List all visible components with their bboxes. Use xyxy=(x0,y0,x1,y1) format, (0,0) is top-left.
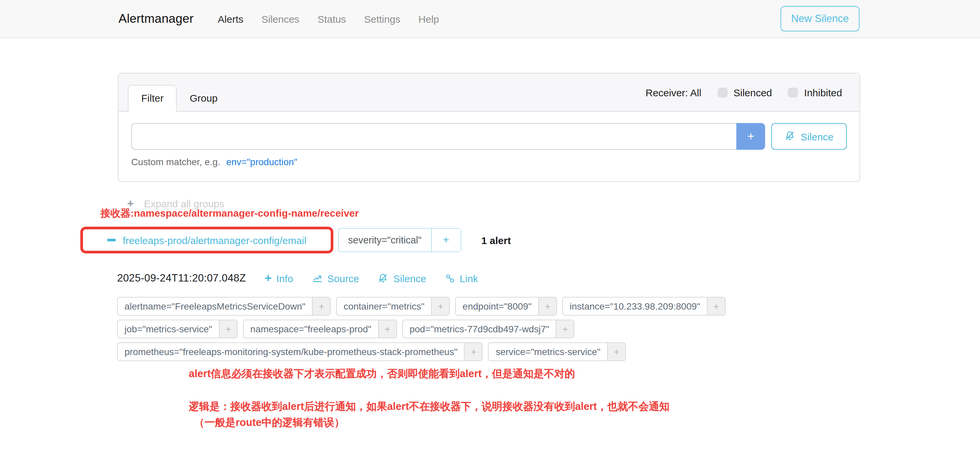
filter-panel-header: Filter Group Receiver: All Silenced Inhi… xyxy=(118,74,859,112)
tab-group[interactable]: Group xyxy=(177,86,230,111)
link-label: Link xyxy=(460,273,478,284)
info-label: Info xyxy=(277,273,293,284)
source-link[interactable]: Source xyxy=(312,273,359,284)
nav-alerts[interactable]: Alerts xyxy=(218,13,243,24)
plus-icon xyxy=(265,272,272,284)
label-tag: container="metrics" + xyxy=(336,297,450,315)
nav-status[interactable]: Status xyxy=(318,13,346,24)
label-text: alertname="FreeleapsMetricsServiceDown" xyxy=(118,298,312,315)
label-row: job="metrics-service" + namespace="freel… xyxy=(117,320,575,338)
app-title: Alertmanager xyxy=(118,11,194,26)
annotation-logic-line2: （一般是route中的逻辑有错误） xyxy=(189,414,670,430)
label-text: instance="10.233.98.209:8009" xyxy=(563,298,707,315)
label-add-button[interactable]: + xyxy=(607,343,625,360)
add-matcher-button[interactable]: + xyxy=(737,123,765,150)
chart-line-icon xyxy=(312,273,323,284)
nav-help[interactable]: Help xyxy=(418,13,439,24)
label-tag: prometheus="freeleaps-monitoring-system/… xyxy=(117,342,483,361)
label-add-button[interactable]: + xyxy=(378,320,396,338)
label-text: pod="metrics-77d9cdb497-wdsj7" xyxy=(402,320,556,338)
silenced-label: Silenced xyxy=(733,87,772,98)
label-add-button[interactable]: + xyxy=(556,320,574,338)
bell-slash-icon xyxy=(378,273,388,284)
nav-settings[interactable]: Settings xyxy=(364,13,400,24)
page: Alertmanager Alerts Silences Status Sett… xyxy=(0,0,980,450)
filter-options: Receiver: All Silenced Inhibited xyxy=(646,87,842,98)
label-add-button[interactable]: + xyxy=(312,298,330,315)
group-matcher-text: severity="critical" xyxy=(339,229,431,251)
info-link[interactable]: Info xyxy=(265,272,293,284)
annotation-receiver-note: 接收器:namespace/altermanager-config-name/r… xyxy=(100,207,359,220)
label-row: alertname="FreeleapsMetricsServiceDown" … xyxy=(117,297,725,315)
inhibited-checkbox[interactable]: Inhibited xyxy=(788,87,842,98)
silence-label: Silence xyxy=(393,273,426,284)
group-receiver-link[interactable]: freeleaps-prod/alertmanager-config/email xyxy=(107,235,307,246)
label-tag: job="metrics-service" + xyxy=(117,320,238,338)
matcher-example-link[interactable]: env="production" xyxy=(226,157,297,167)
label-text: service="metrics-service" xyxy=(489,343,607,360)
annotation-highlight-box: freeleaps-prod/alertmanager-config/email xyxy=(80,227,333,254)
label-tag: namespace="freeleaps-prod" + xyxy=(243,320,397,338)
link-icon xyxy=(445,273,455,283)
matcher-input[interactable] xyxy=(131,123,737,150)
minus-icon xyxy=(107,239,116,241)
label-add-button[interactable]: + xyxy=(219,320,237,338)
label-add-button[interactable]: + xyxy=(538,298,556,315)
inhibited-label: Inhibited xyxy=(804,87,842,98)
silence-filter-label: Silence xyxy=(800,131,834,142)
label-row: prometheus="freeleaps-monitoring-system/… xyxy=(117,342,626,361)
label-tag: service="metrics-service" + xyxy=(488,342,626,361)
label-tag: alertname="FreeleapsMetricsServiceDown" … xyxy=(117,297,331,315)
silence-filter-button[interactable]: Silence xyxy=(771,123,847,150)
bell-slash-icon xyxy=(784,130,795,143)
filter-panel: Filter Group Receiver: All Silenced Inhi… xyxy=(118,73,860,182)
nav-silences[interactable]: Silences xyxy=(261,13,299,24)
label-text: endpoint="8009" xyxy=(456,298,538,315)
alert-count: 1 alert xyxy=(481,235,511,246)
label-text: namespace="freeleaps-prod" xyxy=(243,320,378,338)
filter-panel-body: + Silence Custom matcher, e.g. env="prod… xyxy=(118,112,859,167)
label-text: prometheus="freeleaps-monitoring-system/… xyxy=(118,343,464,360)
alert-timestamp: 2025-09-24T11:20:07.048Z xyxy=(117,272,246,284)
matcher-input-group: + Silence xyxy=(131,123,847,150)
annotation-logic-line1: 逻辑是：接收器收到alert后进行通知，如果alert不在接收器下，说明接收器没… xyxy=(189,399,670,414)
navbar: Alertmanager Alerts Silences Status Sett… xyxy=(0,0,980,38)
silenced-checkbox[interactable]: Silenced xyxy=(717,87,772,98)
source-label: Source xyxy=(327,273,359,284)
label-add-button[interactable]: + xyxy=(464,343,482,360)
tab-filter[interactable]: Filter xyxy=(128,85,177,112)
matcher-hint: Custom matcher, e.g. env="production" xyxy=(131,157,847,167)
label-tag: pod="metrics-77d9cdb497-wdsj7" + xyxy=(402,320,575,338)
label-add-button[interactable]: + xyxy=(707,298,725,315)
label-add-button[interactable]: + xyxy=(431,298,449,315)
annotation-logic-note: 逻辑是：接收器收到alert后进行通知，如果alert不在接收器下，说明接收器没… xyxy=(189,399,670,430)
filter-tabs: Filter Group xyxy=(128,74,230,111)
new-silence-button[interactable]: New Silence xyxy=(781,6,859,32)
label-tag: endpoint="8009" + xyxy=(455,297,557,315)
receiver-filter[interactable]: Receiver: All xyxy=(646,87,702,98)
group-matcher-add-button[interactable]: + xyxy=(431,229,461,251)
checkbox-icon[interactable] xyxy=(788,87,798,97)
group-matcher-tag: severity="critical" + xyxy=(338,228,461,252)
label-text: job="metrics-service" xyxy=(118,320,219,338)
main-nav: Alerts Silences Status Settings Help xyxy=(218,13,439,24)
alert-meta-row: 2025-09-24T11:20:07.048Z Info Source xyxy=(117,272,478,284)
group-receiver-label: freeleaps-prod/alertmanager-config/email xyxy=(123,235,307,246)
silence-link[interactable]: Silence xyxy=(378,273,426,284)
label-text: container="metrics" xyxy=(337,298,431,315)
label-tag: instance="10.233.98.209:8009" + xyxy=(562,297,725,315)
annotation-alert-note: alert信息必须在接收器下才表示配置成功，否则即使能看到alert，但是通知是… xyxy=(189,367,575,381)
hint-text: Custom matcher, e.g. xyxy=(131,157,220,167)
checkbox-icon[interactable] xyxy=(717,87,727,97)
link-link[interactable]: Link xyxy=(445,273,478,284)
